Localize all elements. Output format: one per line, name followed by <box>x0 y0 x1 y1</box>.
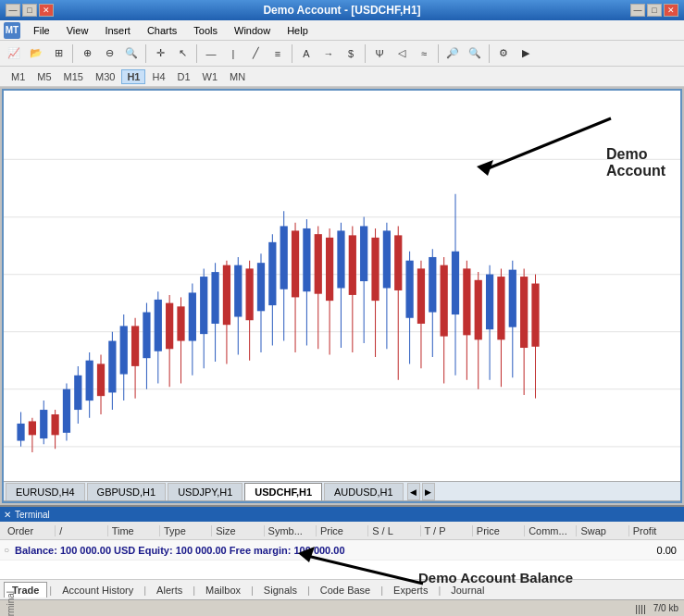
svg-rect-68 <box>360 226 367 281</box>
inner-close-button[interactable]: ✕ <box>664 4 678 17</box>
chart-tab-usdchf[interactable]: USDCHF,H1 <box>244 483 322 500</box>
text-btn[interactable]: A <box>296 43 317 64</box>
title-bar: — □ ✕ Demo Account - [USDCHF,H1] — □ ✕ <box>0 0 684 20</box>
menu-insert[interactable]: Insert <box>97 23 138 38</box>
svg-rect-90 <box>486 275 493 330</box>
svg-marker-102 <box>298 547 315 562</box>
menu-help[interactable]: Help <box>280 23 316 38</box>
menu-window[interactable]: Window <box>227 23 278 38</box>
crosshair-btn[interactable]: ✛ <box>150 43 170 64</box>
close-button[interactable]: ✕ <box>39 4 54 17</box>
svg-rect-62 <box>326 238 333 301</box>
tf-m5[interactable]: M5 <box>31 69 56 84</box>
chart-tab-prev[interactable]: ◀ <box>407 483 420 500</box>
svg-rect-60 <box>315 234 322 294</box>
trendline-btn[interactable]: ╱ <box>245 43 266 64</box>
chart-tab-audusd[interactable]: AUDUSD,H1 <box>324 483 404 500</box>
zoom-area-btn[interactable]: 🔍 <box>121 43 142 64</box>
hline-btn[interactable]: — <box>201 43 221 64</box>
svg-rect-26 <box>120 326 128 374</box>
vline-btn[interactable]: | <box>223 43 243 64</box>
right-btn[interactable]: ▶ <box>516 43 536 64</box>
menu-tools[interactable]: Tools <box>186 23 225 38</box>
svg-rect-74 <box>394 235 402 290</box>
menu-charts[interactable]: Charts <box>140 23 184 38</box>
col-order: Order <box>4 525 56 536</box>
col-symbol: Symb... <box>265 525 317 536</box>
app-icon: MT <box>4 22 20 39</box>
maximize-button[interactable]: □ <box>22 4 37 17</box>
new-chart-btn[interactable]: 📈 <box>4 43 24 64</box>
svg-rect-80 <box>429 257 436 313</box>
zoom-out-btn[interactable]: ⊖ <box>99 43 119 64</box>
toolbar-sep7 <box>489 44 490 63</box>
svg-rect-96 <box>520 277 528 348</box>
tf-mn[interactable]: MN <box>224 69 251 84</box>
svg-rect-28 <box>131 326 139 365</box>
svg-rect-64 <box>337 230 344 288</box>
col-profit: Profit <box>629 525 680 536</box>
svg-rect-50 <box>257 263 265 311</box>
zoom-chart-btn[interactable]: 🔎 <box>442 43 463 64</box>
fib-btn[interactable]: Ψ <box>369 43 390 64</box>
svg-rect-36 <box>177 306 184 340</box>
toolbar-sep4 <box>292 44 292 63</box>
toolbar-sep3 <box>196 44 197 63</box>
tf-w1[interactable]: W1 <box>197 69 224 84</box>
prop-btn[interactable]: ⚙ <box>493 43 514 64</box>
svg-rect-86 <box>463 268 470 335</box>
arrow-tool-btn[interactable]: → <box>318 43 339 64</box>
chart-frame: Demo Account EURUSD,H4 GBPUSD,H1 USDJPY,… <box>2 89 682 503</box>
col-price: Price <box>317 525 368 536</box>
tf-m30[interactable]: M30 <box>90 69 120 84</box>
tf-d1[interactable]: D1 <box>172 69 196 84</box>
svg-rect-88 <box>475 280 482 340</box>
svg-rect-16 <box>63 389 70 433</box>
inner-maximize-button[interactable]: □ <box>647 4 662 17</box>
svg-line-99 <box>486 118 611 169</box>
period-sep-btn[interactable]: ≈ <box>414 43 434 64</box>
tf-m15[interactable]: M15 <box>58 69 89 84</box>
tf-h1[interactable]: H1 <box>121 69 145 84</box>
arrow-btn[interactable]: ↖ <box>172 43 193 64</box>
zoom-in-btn[interactable]: ⊕ <box>77 43 97 64</box>
chart-tab-usdjpy[interactable]: USDJPY,H1 <box>168 483 243 500</box>
col-price2: Price <box>473 525 525 536</box>
svg-rect-18 <box>74 376 81 410</box>
col-comm: Comm... <box>525 525 577 536</box>
open-btn[interactable]: 📂 <box>26 43 46 64</box>
toolbar-sep2 <box>145 44 146 63</box>
svg-rect-56 <box>292 230 299 297</box>
demo-account-arrow <box>458 109 625 183</box>
terminal-close-btn[interactable]: ✕ <box>4 510 11 520</box>
tf-m1[interactable]: M1 <box>6 69 31 84</box>
menu-view[interactable]: View <box>59 23 96 38</box>
svg-rect-44 <box>223 265 230 326</box>
title-bar-text: Demo Account - [USDCHF,H1] <box>61 4 623 17</box>
chart-tab-next[interactable]: ▶ <box>422 483 435 500</box>
svg-rect-42 <box>211 272 218 324</box>
minimize-button[interactable]: — <box>6 4 20 17</box>
profit-value: 0.00 <box>657 545 677 556</box>
channel-btn[interactable]: ≡ <box>267 43 288 64</box>
svg-rect-12 <box>40 410 47 438</box>
chart-tab-eurusd[interactable]: EURUSD,H4 <box>6 483 85 500</box>
svg-rect-40 <box>200 277 207 334</box>
svg-rect-84 <box>452 252 459 314</box>
terminal-label-side: Terminal <box>6 591 16 616</box>
inner-minimize-button[interactable]: — <box>630 4 645 17</box>
fan-btn[interactable]: ◁ <box>392 43 412 64</box>
tf-h4[interactable]: H4 <box>146 69 170 84</box>
terminal-header: ✕ Terminal <box>0 507 684 522</box>
balance-annotation-area: Demo Account Balance <box>0 561 684 579</box>
zoom-out-chart-btn[interactable]: 🔍 <box>465 43 485 64</box>
menu-bar: MT File View Insert Charts Tools Window … <box>0 20 684 41</box>
menu-file[interactable]: File <box>26 23 57 38</box>
templates-btn[interactable]: ⊞ <box>48 43 68 64</box>
price-btn[interactable]: $ <box>341 43 361 64</box>
toolbar: 📈 📂 ⊞ ⊕ ⊖ 🔍 ✛ ↖ — | ╱ ≡ A → $ Ψ ◁ ≈ 🔎 🔍 … <box>0 41 684 67</box>
svg-rect-66 <box>349 235 356 295</box>
chart-canvas[interactable]: Demo Account <box>4 91 680 481</box>
chart-tab-gbpusd[interactable]: GBPUSD,H1 <box>87 483 167 500</box>
demo-balance-annotation: Demo Account Balance <box>418 570 573 585</box>
